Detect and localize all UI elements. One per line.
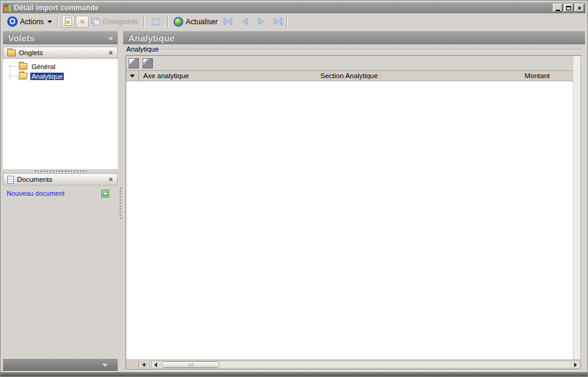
refresh-label: Actualiser <box>186 18 218 26</box>
analytique-grid: Axe analytique Section Analytique Montan… <box>126 55 581 370</box>
collapse-section-icon[interactable]: « <box>107 178 116 182</box>
close-button[interactable]: × <box>575 4 584 12</box>
main-panel: Analytique Axe analytique Section Analyt… <box>123 44 585 371</box>
grid-body[interactable] <box>126 81 573 359</box>
grid-bottom-bar: + <box>126 359 581 369</box>
title-bar[interactable]: Détail import commande × <box>2 2 586 13</box>
new-document-icon <box>65 18 72 26</box>
grid-layout-alt-icon-button[interactable] <box>143 58 153 68</box>
sidebar: Onglets « Général Analytique <box>3 44 118 371</box>
nav-last-icon <box>272 17 283 26</box>
save-label: Enregistrer <box>103 18 138 26</box>
tree-item-general[interactable]: Général <box>3 62 118 71</box>
toolbar-separator <box>143 16 144 28</box>
grid-header-row: Axe analytique Section Analytique Montan… <box>126 70 573 81</box>
column-header-axe-analytique[interactable]: Axe analytique <box>139 71 316 81</box>
app-icon <box>4 4 12 12</box>
section-documents-header[interactable]: Documents « <box>3 173 118 185</box>
delete-icon: ✕ <box>79 18 86 26</box>
next-record-button[interactable] <box>256 17 267 27</box>
horizontal-scrollbar[interactable] <box>151 361 580 369</box>
actions-menu-button[interactable]: Actions <box>5 15 54 29</box>
minimize-icon <box>556 10 560 11</box>
nav-first-icon <box>223 17 234 26</box>
column-header-section-analytique[interactable]: Section Analytique <box>316 71 492 81</box>
record-navigation <box>223 17 283 27</box>
add-row-button[interactable]: + <box>139 360 150 369</box>
new-record-button[interactable] <box>62 16 75 28</box>
add-document-button[interactable]: + <box>101 190 109 198</box>
minimize-button[interactable] <box>553 4 563 12</box>
tree-item-label: Général <box>30 63 56 70</box>
scroll-right-button[interactable] <box>571 361 580 368</box>
window-bottom-border <box>1 372 587 376</box>
groupbox-line <box>162 49 581 50</box>
first-record-button[interactable] <box>223 17 234 27</box>
sidebar-bottom-bar[interactable] <box>3 359 118 371</box>
close-icon: × <box>578 5 581 11</box>
main-toolbar: Actions ✕ Enregistrer Actualiser <box>2 13 586 30</box>
tabs-tree: Général Analytique <box>3 59 118 169</box>
save-icon <box>91 18 100 25</box>
window: Détail import commande × Actions ✕ Enreg… <box>0 0 588 377</box>
nav-next-icon <box>257 17 266 26</box>
folder-open-icon <box>18 73 28 79</box>
row-indicator-footer <box>126 360 139 369</box>
actions-label: Actions <box>20 18 44 26</box>
actions-icon <box>7 16 18 27</box>
new-document-link[interactable]: Nouveau document <box>7 190 64 197</box>
splitter-grip-icon <box>35 170 87 172</box>
last-record-button[interactable] <box>272 17 283 27</box>
delete-record-button[interactable]: ✕ <box>76 16 89 28</box>
sync-button[interactable] <box>147 15 164 29</box>
grid-toolbar <box>126 56 573 70</box>
folder-icon <box>7 50 16 56</box>
grid-layout-icon-button[interactable] <box>129 58 139 68</box>
section-documents-title: Documents <box>17 176 52 183</box>
window-title: Détail import commande <box>14 4 99 12</box>
dropdown-arrow-icon <box>130 75 135 78</box>
tree-connector <box>10 66 18 67</box>
sidebar-header: Volets « <box>3 31 118 44</box>
column-header-montant[interactable]: Montant <box>492 71 573 81</box>
maximize-icon <box>566 6 571 10</box>
collapse-sidebar-icon[interactable]: « <box>109 33 113 42</box>
sync-icon <box>149 16 163 27</box>
triangle-left-icon <box>154 362 157 367</box>
tree-item-label: Analytique <box>30 73 64 80</box>
toolbar-separator <box>57 16 58 28</box>
main-panel-title: Analytique <box>128 33 175 43</box>
scroll-left-button[interactable] <box>152 361 160 368</box>
toolbar-separator <box>286 16 288 28</box>
maximize-button[interactable] <box>564 4 573 12</box>
sidebar-splitter-handle[interactable] <box>3 169 118 173</box>
nav-previous-icon <box>240 17 249 26</box>
sidebar-title: Volets <box>8 33 35 43</box>
documents-content: Nouveau document + <box>3 185 118 201</box>
document-icon <box>7 176 14 184</box>
tree-item-analytique[interactable]: Analytique <box>3 72 118 81</box>
vertical-scrollbar-track[interactable] <box>573 56 581 359</box>
tree-connector <box>10 76 18 76</box>
previous-record-button[interactable] <box>240 17 251 27</box>
chevron-down-icon <box>47 21 52 23</box>
main-panel-header: Analytique <box>123 31 585 44</box>
chevron-down-icon <box>102 364 108 367</box>
refresh-button[interactable]: Actualiser <box>172 15 220 29</box>
folder-icon <box>19 63 27 70</box>
refresh-icon <box>174 17 183 27</box>
row-selector-header[interactable] <box>126 71 139 81</box>
save-button[interactable]: Enregistrer <box>89 15 140 29</box>
section-onglets-header[interactable]: Onglets « <box>3 47 118 59</box>
groupbox-label: Analytique <box>126 45 159 53</box>
vertical-splitter-handle[interactable] <box>120 187 121 220</box>
triangle-right-icon <box>574 362 577 367</box>
scrollbar-thumb[interactable] <box>161 361 220 368</box>
section-onglets-title: Onglets <box>19 49 43 56</box>
collapse-section-icon[interactable]: « <box>107 51 116 55</box>
toolbar-separator <box>167 16 169 28</box>
